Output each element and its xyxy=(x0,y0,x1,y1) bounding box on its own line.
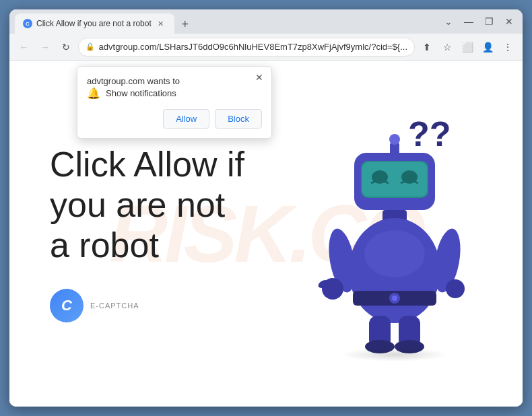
chevron-down-button[interactable]: ⌄ xyxy=(440,13,457,30)
svg-point-13 xyxy=(392,296,397,301)
notification-popup: advtgroup.com wants to ✕ 🔔 Show notifica… xyxy=(77,66,272,139)
back-icon: ← xyxy=(20,42,29,53)
svg-point-18 xyxy=(446,279,465,298)
main-heading: Click Allow if you are not a robot xyxy=(50,145,252,265)
bookmark-button[interactable]: ☆ xyxy=(438,38,457,57)
nav-bar: ← → ↻ 🔒 advtgroup.com/LSHarsJT6ddO9c6hNl… xyxy=(9,34,523,61)
allow-button[interactable]: Allow xyxy=(163,109,209,129)
forward-button[interactable]: → xyxy=(36,38,54,57)
content-area: advtgroup.com wants to ✕ 🔔 Show notifica… xyxy=(9,61,523,407)
bookmark-icon: ☆ xyxy=(443,42,452,53)
profile-icon: 👤 xyxy=(482,42,494,53)
captcha-label: E-CAPTCHA xyxy=(90,302,139,310)
lock-icon: 🔒 xyxy=(86,42,95,51)
tab-title: Click Allow if you are not a robot xyxy=(36,19,152,28)
new-tab-button[interactable]: + xyxy=(176,15,195,34)
svg-point-10 xyxy=(364,230,425,277)
share-icon: ⬆ xyxy=(423,42,431,53)
tab-favicon: C xyxy=(23,19,32,28)
robot-svg: ?? xyxy=(307,106,482,361)
active-tab[interactable]: C Click Allow if you are not a robot ✕ xyxy=(15,13,174,34)
left-content: Click Allow if you are not a robot C E-C… xyxy=(50,145,307,322)
profile-button[interactable]: 👤 xyxy=(478,38,497,57)
reload-button[interactable]: ↻ xyxy=(57,38,75,57)
popup-notification-label: Show notifications xyxy=(106,88,176,98)
browser-window: C Click Allow if you are not a robot ✕ +… xyxy=(9,9,523,407)
tab-switcher-icon: ⬜ xyxy=(462,42,473,53)
address-bar[interactable]: 🔒 advtgroup.com/LSHarsJT6ddO9c6hNluHEV8E… xyxy=(78,38,415,57)
menu-button[interactable]: ⋮ xyxy=(498,38,517,57)
robot-illustration: ?? xyxy=(307,106,482,361)
title-bar: C Click Allow if you are not a robot ✕ +… xyxy=(9,9,523,34)
svg-rect-3 xyxy=(362,162,427,197)
popup-title: advtgroup.com wants to xyxy=(87,76,180,86)
nav-actions: ⬆ ☆ ⬜ 👤 ⋮ xyxy=(418,38,517,57)
back-button[interactable]: ← xyxy=(15,38,33,57)
close-button[interactable]: ✕ xyxy=(501,13,517,30)
popup-close-button[interactable]: ✕ xyxy=(253,71,266,84)
tab-strip: C Click Allow if you are not a robot ✕ + xyxy=(15,9,438,34)
captcha-logo: C xyxy=(50,289,84,322)
share-button[interactable]: ⬆ xyxy=(418,38,436,57)
forward-icon: → xyxy=(40,42,50,53)
window-controls: ⌄ — ❐ ✕ xyxy=(440,13,517,30)
restore-button[interactable]: ❐ xyxy=(481,13,497,30)
tab-switcher-button[interactable]: ⬜ xyxy=(458,38,477,57)
popup-notification-row: 🔔 Show notifications xyxy=(87,87,262,100)
minimize-button[interactable]: — xyxy=(461,13,477,30)
menu-icon: ⋮ xyxy=(503,42,512,53)
popup-buttons: Allow Block xyxy=(87,109,262,129)
reload-icon: ↻ xyxy=(62,42,70,53)
bell-icon: 🔔 xyxy=(87,87,100,100)
block-button[interactable]: Block xyxy=(215,109,262,129)
svg-point-7 xyxy=(389,134,400,145)
robot-shadow xyxy=(341,348,448,361)
address-text: advtgroup.com/LSHarsJT6ddO9c6hNluHEV8EmT… xyxy=(99,42,407,52)
svg-text:??: ?? xyxy=(408,114,451,153)
tab-close-button[interactable]: ✕ xyxy=(156,18,166,29)
captcha-badge: C E-CAPTCHA xyxy=(50,289,307,322)
